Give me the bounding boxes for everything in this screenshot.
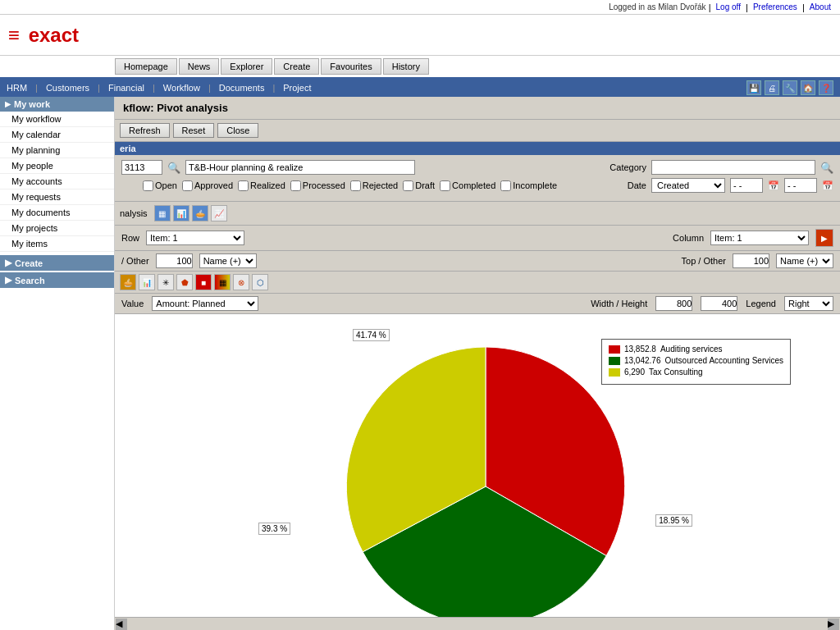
- row-select[interactable]: Item: 1: [146, 231, 244, 245]
- checkbox-approved[interactable]: Approved: [182, 180, 233, 191]
- value-label: Value: [121, 299, 144, 308]
- checkbox-rejected[interactable]: Rejected: [350, 180, 398, 191]
- logoff-link[interactable]: Log off: [716, 2, 741, 11]
- value-select[interactable]: Amount: Planned: [152, 296, 258, 311]
- about-link[interactable]: About: [810, 2, 831, 11]
- sidebar-section-mywork[interactable]: ▶ My work: [0, 97, 114, 112]
- nav-history[interactable]: History: [383, 58, 429, 75]
- calendar-from-icon[interactable]: 📅: [768, 180, 779, 191]
- wh-label: Width / Height: [591, 299, 647, 308]
- sidebar: ▶ My work My workflow My calendar My pla…: [0, 97, 115, 630]
- nav-explorer[interactable]: Explorer: [221, 58, 272, 75]
- row-top-input[interactable]: [156, 253, 193, 268]
- scrollbar-bottom[interactable]: ◀ ▶: [115, 617, 840, 630]
- logo: ≡ exact: [8, 24, 82, 47]
- nav-news[interactable]: News: [179, 58, 220, 75]
- checkbox-processed[interactable]: Processed: [290, 180, 345, 191]
- sidebar-section-create[interactable]: ▶ Create: [0, 255, 114, 271]
- checkbox-completed[interactable]: Completed: [440, 180, 495, 191]
- nav-create[interactable]: Create: [274, 58, 319, 75]
- legend-color-tax: [609, 368, 620, 377]
- module-bar-links: HRM | Customers | Financial | Workflow |…: [7, 83, 312, 93]
- checkbox-draft[interactable]: Draft: [403, 180, 435, 191]
- sidebar-section-search[interactable]: ▶ Search: [0, 272, 114, 288]
- checkbox-incomplete[interactable]: Incomplete: [500, 180, 557, 191]
- print-icon[interactable]: 🖨: [765, 80, 779, 95]
- sidebar-item-accounts[interactable]: My accounts: [0, 174, 114, 189]
- scrollbar-track[interactable]: [128, 619, 827, 629]
- toolbar: Refresh Reset Close: [115, 120, 840, 142]
- sidebar-item-calendar[interactable]: My calendar: [0, 127, 114, 143]
- col-top-input[interactable]: [733, 253, 769, 268]
- criteria-bar: eria: [115, 142, 840, 155]
- refresh-button[interactable]: Refresh: [120, 123, 170, 138]
- table-icon[interactable]: ▦: [154, 205, 171, 221]
- name-input[interactable]: [185, 160, 415, 175]
- bar-v-icon[interactable]: 📊: [139, 274, 155, 290]
- sidebar-item-planning[interactable]: My planning: [0, 143, 114, 158]
- home-icon[interactable]: 🏠: [801, 80, 815, 95]
- category-search-icon[interactable]: 🔍: [820, 162, 833, 174]
- chart-line-icon[interactable]: 📈: [211, 205, 227, 221]
- color-icon[interactable]: ■: [195, 274, 212, 290]
- funnel-icon[interactable]: ⬟: [176, 274, 193, 290]
- preferences-link[interactable]: Preferences: [753, 2, 797, 11]
- legend-select[interactable]: Right: [784, 296, 833, 311]
- sidebar-item-workflow[interactable]: My workflow: [0, 112, 114, 127]
- help-icon[interactable]: ❓: [819, 80, 833, 95]
- module-financial[interactable]: Financial: [108, 83, 144, 93]
- date-select[interactable]: Created: [651, 178, 725, 193]
- sidebar-item-documents[interactable]: My documents: [0, 205, 114, 221]
- sidebar-item-items[interactable]: My items: [0, 236, 114, 252]
- module-workflow[interactable]: Workflow: [163, 83, 200, 93]
- scroll-right-btn[interactable]: ▶: [828, 619, 839, 630]
- scroll-left-btn[interactable]: ◀: [116, 619, 127, 630]
- label-41pct: 41.74 %: [353, 329, 390, 341]
- sidebar-item-people[interactable]: My people: [0, 158, 114, 174]
- sidebar-item-projects[interactable]: My projects: [0, 221, 114, 236]
- module-project[interactable]: Project: [283, 83, 311, 93]
- form-row-1: 🔍 Category 🔍: [121, 160, 833, 175]
- width-input[interactable]: [655, 296, 692, 311]
- chart-area: 41.74 % 39.3 % 18.95 % 13,852.8 Auditing…: [115, 314, 840, 617]
- chart-bar-icon[interactable]: 📊: [173, 205, 189, 221]
- column-select[interactable]: Item: 1: [710, 231, 809, 245]
- logo-text: exact: [29, 24, 79, 46]
- sidebar-item-requests[interactable]: My requests: [0, 189, 114, 205]
- module-hrm[interactable]: HRM: [7, 83, 27, 93]
- col-name-select[interactable]: Name (+): [776, 253, 833, 268]
- close-button[interactable]: Close: [217, 123, 258, 138]
- legend-label-outsourced: Outsourced Accounting Services: [664, 356, 783, 365]
- logged-in-text: Logged in as Milan Dvořák: [609, 2, 705, 11]
- nav-homepage[interactable]: Homepage: [115, 58, 177, 75]
- code-input[interactable]: [121, 160, 162, 175]
- checkbox-open[interactable]: Open: [143, 180, 177, 191]
- legend-color-outsourced: [609, 357, 620, 365]
- date-label: Date: [628, 180, 646, 190]
- column-icon[interactable]: ▶: [815, 229, 833, 247]
- criteria-label: eria: [120, 144, 136, 153]
- tools-icon[interactable]: 🔧: [783, 80, 797, 95]
- search-icon[interactable]: 🔍: [167, 162, 180, 174]
- target-icon[interactable]: ⊗: [233, 274, 249, 290]
- module-customers[interactable]: Customers: [46, 83, 89, 93]
- category-label: Category: [609, 162, 646, 172]
- checkbox-realized[interactable]: Realized: [238, 180, 285, 191]
- nav-favourites[interactable]: Favourites: [321, 58, 381, 75]
- scatter-icon[interactable]: ✳: [158, 274, 174, 290]
- pie-icon[interactable]: 🥧: [120, 274, 136, 290]
- category-input[interactable]: [651, 160, 815, 175]
- date-from-input[interactable]: [730, 178, 763, 193]
- gradient-icon[interactable]: ▦: [214, 274, 231, 290]
- topother-label: / Other: [121, 256, 149, 266]
- save-icon[interactable]: 💾: [746, 80, 761, 95]
- module-documents[interactable]: Documents: [219, 83, 265, 93]
- chart-pie-icon[interactable]: 🥧: [192, 205, 208, 221]
- dash-icon[interactable]: ⬡: [252, 274, 268, 290]
- row-name-select[interactable]: Name (+): [199, 253, 257, 268]
- reset-button[interactable]: Reset: [173, 123, 215, 138]
- calendar-to-icon[interactable]: 📅: [822, 180, 833, 191]
- top-bar: Logged in as Milan Dvořák | Log off | Pr…: [0, 0, 840, 15]
- date-to-input[interactable]: [784, 178, 817, 193]
- height-input[interactable]: [701, 296, 737, 311]
